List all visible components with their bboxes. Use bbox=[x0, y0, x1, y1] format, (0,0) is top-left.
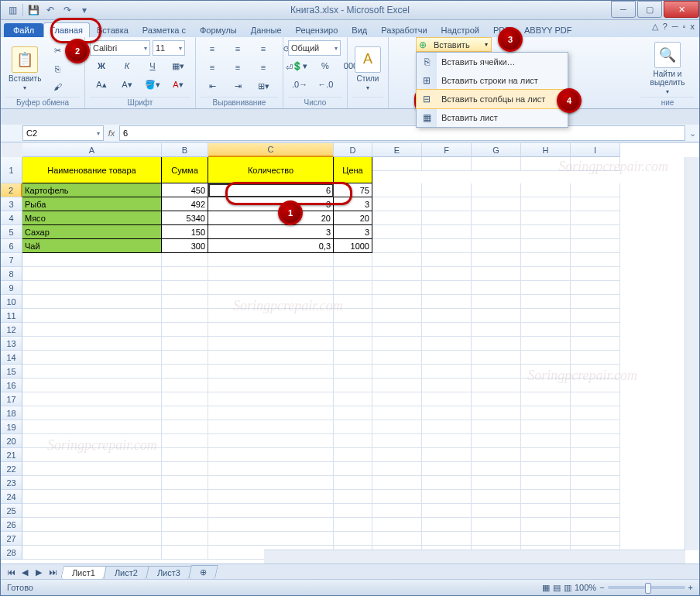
cell-A15[interactable] bbox=[22, 365, 162, 378]
undo-button[interactable]: ↶ bbox=[43, 3, 57, 17]
cell-H22[interactable] bbox=[521, 462, 571, 476]
cell-I19[interactable] bbox=[571, 420, 620, 434]
cell-I22[interactable] bbox=[571, 462, 620, 476]
copy-button[interactable]: ⎘ bbox=[46, 60, 69, 77]
qat-customize[interactable]: ▾ bbox=[77, 3, 91, 17]
row-header-17[interactable]: 17 bbox=[1, 392, 22, 406]
column-header-E[interactable]: E bbox=[372, 143, 422, 157]
insert-menu-item-3[interactable]: ▦Вставить лист bbox=[417, 108, 568, 127]
row-header-14[interactable]: 14 bbox=[1, 351, 22, 365]
cell-B3[interactable]: 492 bbox=[162, 197, 208, 211]
cell-D17[interactable] bbox=[334, 392, 372, 406]
row-header-5[interactable]: 5 bbox=[1, 225, 22, 239]
cell-B7[interactable] bbox=[162, 253, 208, 267]
cell-C12[interactable] bbox=[208, 323, 334, 337]
cell-C27[interactable] bbox=[208, 532, 334, 546]
cell-G2[interactable] bbox=[472, 183, 521, 197]
cell-G3[interactable] bbox=[472, 197, 521, 211]
cell-D18[interactable] bbox=[334, 406, 372, 420]
close-button[interactable]: ✕ bbox=[664, 1, 699, 18]
save-button[interactable]: 💾 bbox=[26, 3, 40, 17]
cell-D14[interactable] bbox=[334, 351, 372, 365]
italic-button[interactable]: К bbox=[115, 57, 139, 74]
sheet-tab-Лист2[interactable]: Лист2 bbox=[103, 566, 149, 579]
cell-A10[interactable] bbox=[22, 295, 162, 309]
view-pagebreak-icon[interactable]: ▥ bbox=[564, 583, 571, 593]
row-header-11[interactable]: 11 bbox=[1, 309, 22, 323]
row-header-19[interactable]: 19 bbox=[1, 420, 22, 434]
cell-B20[interactable] bbox=[162, 434, 208, 448]
cell-D25[interactable] bbox=[334, 504, 372, 518]
cell-H2[interactable] bbox=[521, 183, 571, 197]
align-middle-button[interactable]: ≡ bbox=[226, 40, 249, 57]
cell-D24[interactable] bbox=[334, 490, 372, 504]
decrease-font-button[interactable]: A▾ bbox=[115, 76, 139, 93]
cell-C25[interactable] bbox=[208, 504, 334, 518]
cell-H17[interactable] bbox=[521, 392, 571, 406]
increase-font-button[interactable]: A▴ bbox=[90, 76, 113, 93]
cell-D10[interactable] bbox=[334, 295, 372, 309]
cell-B17[interactable] bbox=[162, 392, 208, 406]
cell-I25[interactable] bbox=[571, 504, 620, 518]
column-header-I[interactable]: I bbox=[571, 143, 620, 157]
cell-B9[interactable] bbox=[162, 281, 208, 295]
cell-F5[interactable] bbox=[422, 225, 472, 239]
cell-I20[interactable] bbox=[571, 434, 620, 448]
row-header-20[interactable]: 20 bbox=[1, 434, 22, 448]
cell-C2[interactable]: 6 bbox=[208, 183, 334, 197]
cell-B16[interactable] bbox=[162, 378, 208, 392]
cell-E21[interactable] bbox=[372, 448, 422, 462]
tab-abbyy pdf[interactable]: ABBYY PDF bbox=[517, 22, 579, 37]
cell-E7[interactable] bbox=[372, 253, 422, 267]
align-top-button[interactable]: ≡ bbox=[201, 40, 224, 57]
tab-вид[interactable]: Вид bbox=[345, 22, 374, 37]
window-restore-icon[interactable]: ▫ bbox=[683, 22, 686, 32]
cell-C21[interactable] bbox=[208, 448, 334, 462]
worksheet-grid[interactable]: ABCDEFGHI 123456789101112131415161718192… bbox=[1, 143, 699, 564]
cell-D1[interactable]: Цена bbox=[334, 157, 372, 183]
cell-F3[interactable] bbox=[422, 197, 472, 211]
cell-E25[interactable] bbox=[372, 504, 422, 518]
cell-A20[interactable] bbox=[22, 434, 162, 448]
tab-рецензиро[interactable]: Рецензиро bbox=[289, 22, 345, 37]
cell-H24[interactable] bbox=[521, 490, 571, 504]
cell-E8[interactable] bbox=[372, 267, 422, 281]
cell-G23[interactable] bbox=[472, 476, 521, 490]
cell-C23[interactable] bbox=[208, 476, 334, 490]
cell-G16[interactable] bbox=[472, 378, 521, 392]
cell-A16[interactable] bbox=[22, 378, 162, 392]
row-header-8[interactable]: 8 bbox=[1, 267, 22, 281]
increase-indent-button[interactable]: ⇥ bbox=[226, 77, 249, 94]
minimize-button[interactable]: ─ bbox=[611, 1, 636, 18]
cell-G27[interactable] bbox=[472, 532, 521, 546]
cell-E1[interactable] bbox=[372, 157, 422, 171]
tab-формулы[interactable]: Формулы bbox=[193, 22, 244, 37]
cell-E2[interactable] bbox=[372, 183, 422, 197]
cell-F6[interactable] bbox=[422, 239, 472, 253]
cell-D2[interactable]: 75 bbox=[334, 183, 372, 197]
currency-button[interactable]: 💲▾ bbox=[288, 57, 311, 74]
vertical-scrollbar[interactable] bbox=[685, 157, 699, 550]
cell-H14[interactable] bbox=[521, 351, 571, 365]
cell-H5[interactable] bbox=[521, 225, 571, 239]
cell-A21[interactable] bbox=[22, 448, 162, 462]
cell-E15[interactable] bbox=[372, 365, 422, 378]
cell-G10[interactable] bbox=[472, 295, 521, 309]
horizontal-scrollbar[interactable] bbox=[264, 550, 685, 564]
next-sheet-button[interactable]: ▶ bbox=[32, 566, 46, 578]
row-header-23[interactable]: 23 bbox=[1, 476, 22, 490]
cell-I6[interactable] bbox=[571, 239, 620, 253]
column-header-G[interactable]: G bbox=[472, 143, 521, 157]
tab-данные[interactable]: Данные bbox=[244, 22, 289, 37]
cell-H18[interactable] bbox=[521, 406, 571, 420]
cell-A9[interactable] bbox=[22, 281, 162, 295]
cell-C24[interactable] bbox=[208, 490, 334, 504]
cell-C4[interactable]: 20 bbox=[208, 211, 334, 225]
cell-B2[interactable]: 450 bbox=[162, 183, 208, 197]
cell-C6[interactable]: 0,3 bbox=[208, 239, 334, 253]
cell-A4[interactable]: Мясо bbox=[22, 211, 162, 225]
cell-G1[interactable] bbox=[472, 157, 521, 171]
cell-B23[interactable] bbox=[162, 476, 208, 490]
cell-I5[interactable] bbox=[571, 225, 620, 239]
row-header-10[interactable]: 10 bbox=[1, 295, 22, 309]
